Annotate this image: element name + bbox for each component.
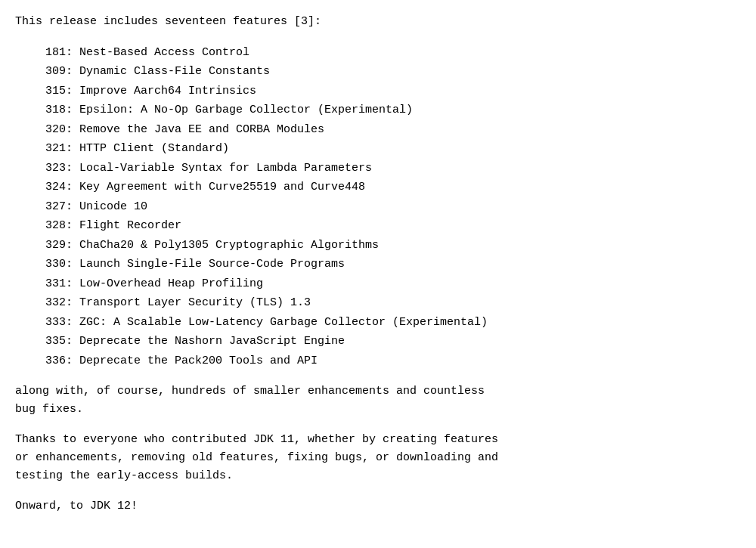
list-item: 336: Deprecate the Pack200 Tools and API	[45, 351, 741, 371]
list-item: 321: HTTP Client (Standard)	[45, 139, 741, 159]
list-item: 330: Launch Single-File Source-Code Prog…	[45, 255, 741, 274]
list-item: 324: Key Agreement with Curve25519 and C…	[45, 178, 741, 197]
closing-paragraph: along with, of course, hundreds of small…	[15, 382, 741, 419]
closing-line2: bug fixes.	[15, 401, 741, 419]
list-item: 320: Remove the Java EE and CORBA Module…	[45, 120, 741, 140]
thanks-line2: or enhancements, removing old features, …	[15, 449, 741, 467]
intro-text: This release includes seventeen features…	[15, 15, 321, 28]
list-item: 332: Transport Layer Security (TLS) 1.3	[45, 293, 741, 313]
list-item: 318: Epsilon: A No-Op Garbage Collector …	[45, 101, 741, 120]
list-item: 333: ZGC: A Scalable Low-Latency Garbage…	[45, 313, 741, 333]
list-item: 328: Flight Recorder	[45, 216, 741, 236]
thanks-line1: Thanks to everyone who contributed JDK 1…	[15, 431, 741, 449]
thanks-paragraph: Thanks to everyone who contributed JDK 1…	[15, 431, 741, 485]
onward-text: Onward, to JDK 12!	[15, 500, 138, 512]
list-item: 329: ChaCha20 & Poly1305 Cryptographic A…	[45, 236, 741, 255]
list-item: 323: Local-Variable Syntax for Lambda Pa…	[45, 159, 741, 178]
list-item: 335: Deprecate the Nashorn JavaScript En…	[45, 332, 741, 351]
list-item: 309: Dynamic Class-File Constants	[45, 62, 741, 82]
list-item: 315: Improve Aarch64 Intrinsics	[45, 82, 741, 101]
onward-line: Onward, to JDK 12!	[15, 497, 741, 515]
list-item: 331: Low-Overhead Heap Profiling	[45, 274, 741, 294]
intro-line: This release includes seventeen features…	[15, 14, 741, 31]
thanks-line3: testing the early-access builds.	[15, 467, 741, 485]
list-item: 181: Nest-Based Access Control	[45, 43, 741, 63]
list-item: 327: Unicode 10	[45, 197, 741, 217]
features-list: 181: Nest-Based Access Control309: Dynam…	[45, 43, 741, 371]
closing-line1: along with, of course, hundreds of small…	[15, 382, 741, 401]
